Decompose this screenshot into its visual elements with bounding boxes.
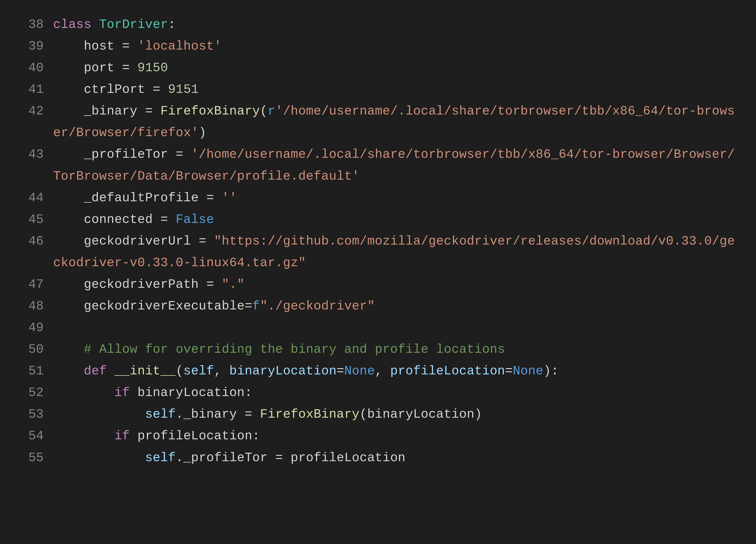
token-sp [168, 213, 176, 227]
code-line[interactable]: 53 self._binary = FirefoxBinary(binaryLo… [6, 403, 750, 425]
code-content[interactable]: geckodriverPath = "." [53, 274, 750, 295]
line-number: 38 [6, 14, 53, 35]
code-content[interactable]: if binaryLocation: [53, 382, 750, 403]
token-cst: r [268, 104, 275, 118]
token-sp [206, 234, 214, 248]
token-sp [183, 147, 191, 162]
token-fn: FirefoxBinary [260, 407, 359, 421]
code-editor[interactable]: 38class TorDriver:39 host = 'localhost'4… [0, 0, 756, 544]
token-sp [145, 82, 153, 97]
line-number: 48 [6, 295, 53, 317]
code-line[interactable]: 40 port = 9150 [6, 57, 750, 79]
token-pn: ) [474, 407, 482, 421]
line-number: 53 [6, 403, 53, 425]
code-content[interactable]: _profileTor = '/home/username/.local/sha… [53, 144, 750, 187]
token-sp [114, 39, 122, 53]
token-num: 9150 [137, 61, 168, 75]
code-content[interactable]: geckodriverUrl = "https://github.com/moz… [53, 231, 750, 274]
token-id: _binary [84, 104, 137, 118]
code-line[interactable]: 55 self._profileTor = profileLocation [6, 447, 750, 469]
token-sp [168, 147, 176, 162]
code-content[interactable]: port = 9150 [53, 57, 750, 79]
token-sp [191, 234, 199, 248]
indent [53, 104, 84, 118]
indent [53, 277, 84, 291]
code-content[interactable]: geckodriverExecutable=f"./geckodriver" [53, 295, 750, 317]
token-sp [130, 61, 137, 75]
code-content[interactable]: _defaultProfile = '' [53, 187, 750, 209]
token-sp [214, 277, 222, 291]
code-line[interactable]: 44 _defaultProfile = '' [6, 187, 750, 209]
code-line[interactable]: 52 if binaryLocation: [6, 382, 750, 403]
token-cls: TorDriver [99, 18, 168, 32]
code-content[interactable]: # Allow for overriding the binary and pr… [53, 338, 750, 360]
code-content[interactable]: self._binary = FirefoxBinary(binaryLocat… [53, 403, 750, 425]
token-id: profileLocation [137, 429, 252, 443]
code-line[interactable]: 54 if profileLocation: [6, 425, 750, 447]
code-content[interactable]: if profileLocation: [53, 425, 750, 447]
token-prm: binaryLocation [229, 364, 337, 378]
line-number: 41 [6, 79, 53, 100]
code-content[interactable]: host = 'localhost' [53, 35, 750, 57]
token-cst: None [513, 364, 543, 378]
code-content[interactable]: _binary = FirefoxBinary(r'/home/username… [53, 100, 750, 144]
code-line[interactable]: 51 def __init__(self, binaryLocation=Non… [6, 360, 750, 382]
token-fn: FirefoxBinary [160, 104, 260, 118]
token-num: 9151 [168, 82, 199, 97]
code-line[interactable]: 47 geckodriverPath = "." [6, 274, 750, 295]
code-content[interactable]: self._profileTor = profileLocation [53, 447, 750, 469]
token-sp [222, 364, 229, 378]
code-line[interactable]: 41 ctrlPort = 9151 [6, 79, 750, 100]
token-op: = [199, 234, 206, 248]
token-id: binaryLocation [367, 407, 474, 421]
token-pn: ) [543, 364, 551, 378]
code-line[interactable]: 46 geckodriverUrl = "https://github.com/… [6, 231, 750, 274]
indent [53, 61, 84, 75]
token-op: = [505, 364, 513, 378]
code-content[interactable]: ctrlPort = 9151 [53, 79, 750, 100]
token-pn: ( [176, 364, 183, 378]
token-id: binaryLocation [137, 386, 245, 400]
token-op: = [122, 61, 130, 75]
token-pn: . [176, 451, 183, 465]
token-pn: : [245, 386, 252, 400]
code-content[interactable]: connected = False [53, 209, 750, 231]
code-line[interactable]: 50 # Allow for overriding the binary and… [6, 338, 750, 360]
token-fn: __init__ [114, 364, 176, 378]
code-line[interactable]: 49 [6, 317, 750, 338]
line-number: 42 [6, 100, 53, 122]
token-op: = [160, 213, 168, 227]
code-content[interactable]: class TorDriver: [53, 14, 750, 35]
code-line[interactable]: 42 _binary = FirefoxBinary(r'/home/usern… [6, 100, 750, 144]
line-number: 52 [6, 382, 53, 403]
token-sp [237, 407, 245, 421]
token-id: geckodriverUrl [84, 234, 191, 248]
code-line[interactable]: 38class TorDriver: [6, 14, 750, 35]
code-content[interactable]: def __init__(self, binaryLocation=None, … [53, 360, 750, 382]
line-number: 43 [6, 144, 53, 165]
token-op: = [206, 191, 214, 205]
token-cst: False [176, 213, 214, 227]
code-line[interactable]: 45 connected = False [6, 209, 750, 231]
token-pn: : [551, 364, 559, 378]
token-op: = [176, 147, 183, 162]
token-kw: class [53, 18, 92, 32]
indent [53, 386, 114, 400]
code-line[interactable]: 39 host = 'localhost' [6, 35, 750, 57]
indent [53, 364, 84, 378]
token-sp [160, 82, 168, 97]
token-pn: ( [260, 104, 268, 118]
token-op: = [206, 277, 214, 291]
token-id: host [84, 39, 115, 53]
code-line[interactable]: 48 geckodriverExecutable=f"./geckodriver… [6, 295, 750, 317]
line-number: 46 [6, 231, 53, 252]
token-cmt: # Allow for overriding the binary and pr… [84, 342, 505, 356]
code-line[interactable]: 43 _profileTor = '/home/username/.local/… [6, 144, 750, 187]
indent [53, 342, 84, 356]
token-pn: ( [359, 407, 367, 421]
token-prm: profileLocation [390, 364, 505, 378]
token-sp [268, 451, 275, 465]
line-number: 47 [6, 274, 53, 295]
token-id: _profileTor [183, 451, 268, 465]
token-str: '' [222, 191, 237, 205]
